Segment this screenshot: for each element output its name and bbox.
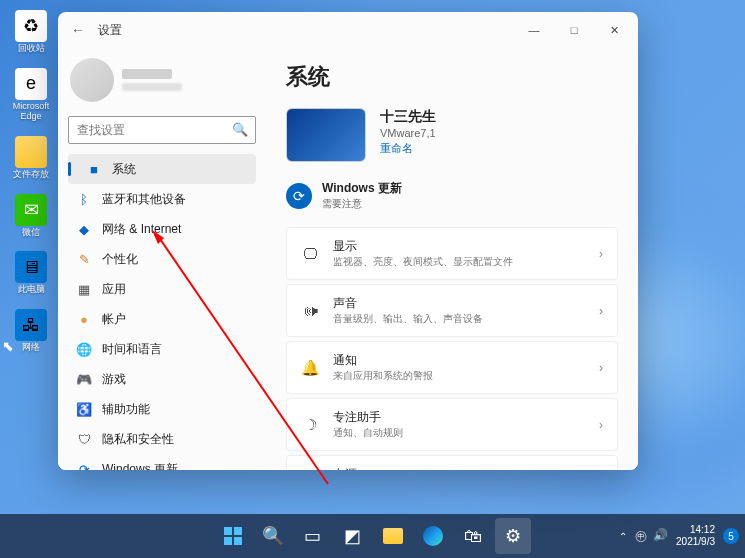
desktop-icon-network[interactable]: 🖧网络 [8,309,54,353]
nav-icon: ◆ [76,221,92,237]
settings-card-0[interactable]: 🖵显示监视器、亮度、夜间模式、显示配置文件› [286,227,618,280]
update-title: Windows 更新 [322,180,402,197]
nav-icon: 🛡 [76,431,92,447]
notification-badge[interactable]: 5 [723,528,739,544]
profile-email-redacted [122,83,182,91]
card-sub: 音量级别、输出、输入、声音设备 [333,312,585,326]
sidebar-item-6[interactable]: 🌐时间和语言 [68,334,256,364]
svg-rect-4 [224,537,232,545]
card-sub: 监视器、亮度、夜间模式、显示配置文件 [333,255,585,269]
update-sub: 需要注意 [322,197,402,211]
device-model: VMware7,1 [380,127,436,139]
sidebar-item-label: 帐户 [102,311,126,328]
sidebar-item-1[interactable]: ᛒ蓝牙和其他设备 [68,184,256,214]
minimize-button[interactable]: — [514,14,554,46]
desktop-icon-label: Microsoft Edge [8,102,54,122]
wechat-icon: ✉ [15,194,47,226]
sidebar-item-4[interactable]: ▦应用 [68,274,256,304]
desktop-icon-thispc[interactable]: 🖥此电脑 [8,251,54,295]
svg-rect-3 [234,527,242,535]
nav-icon: ♿ [76,401,92,417]
sidebar-item-label: Windows 更新 [102,461,178,471]
desktop-icon-recycle[interactable]: ♻回收站 [8,10,54,54]
clock[interactable]: 14:12 2021/9/3 [676,524,715,548]
ime-icon[interactable]: ㊥ [635,528,647,545]
titlebar: ← 设置 — □ ✕ [58,12,638,48]
nav-icon: 🎮 [76,371,92,387]
device-block: 十三先生 VMware7,1 重命名 [286,108,618,162]
profile[interactable] [68,54,256,114]
recycle-icon: ♻ [15,10,47,42]
svg-rect-5 [234,537,242,545]
back-button[interactable]: ← [62,14,94,46]
tray-chevron-icon[interactable]: ⌃ [619,531,627,542]
task-view-icon[interactable]: ▭ [295,518,331,554]
settings-card-1[interactable]: 🕪声音音量级别、输出、输入、声音设备› [286,284,618,337]
sidebar-item-8[interactable]: ♿辅助功能 [68,394,256,424]
desktop-icon-label: 文件存放 [13,170,49,180]
settings-window: ← 设置 — □ ✕ 🔍 ■系统ᛒ蓝牙和其他设备◆网络 [58,12,638,470]
sidebar-item-label: 网络 & Internet [102,221,181,238]
windows-update-banner[interactable]: ⟳ Windows 更新 需要注意 [286,178,618,213]
card-title: 专注助手 [333,409,585,426]
sidebar-item-5[interactable]: ●帐户 [68,304,256,334]
desktop-icon-label: 回收站 [18,44,45,54]
sidebar-item-label: 蓝牙和其他设备 [102,191,186,208]
sidebar-item-10[interactable]: ⟳Windows 更新 [68,454,256,470]
sidebar-item-label: 辅助功能 [102,401,150,418]
sidebar-item-9[interactable]: 🛡隐私和安全性 [68,424,256,454]
avatar [70,58,114,102]
sidebar-item-0[interactable]: ■系统 [68,154,256,184]
card-sub: 通知、自动规则 [333,426,585,440]
card-icon: 🖵 [301,245,319,262]
sidebar-item-2[interactable]: ◆网络 & Internet [68,214,256,244]
sidebar-item-3[interactable]: ✎个性化 [68,244,256,274]
svg-rect-2 [224,527,232,535]
sidebar-item-label: 游戏 [102,371,126,388]
maximize-button[interactable]: □ [554,14,594,46]
chevron-right-icon: › [599,361,603,375]
sidebar-item-label: 个性化 [102,251,138,268]
widgets-icon[interactable]: ◩ [335,518,371,554]
settings-card-4[interactable]: ⏻电源睡眠、电池使用情况、节电模式› [286,455,618,470]
rename-link[interactable]: 重命名 [380,141,436,156]
desktop-icon-edge[interactable]: eMicrosoft Edge [8,68,54,122]
nav-icon: ▦ [76,281,92,297]
search-input[interactable] [68,116,256,144]
device-name: 十三先生 [380,108,436,126]
sidebar-item-label: 隐私和安全性 [102,431,174,448]
desktop-icon-label: 微信 [22,228,40,238]
thispc-icon: 🖥 [15,251,47,283]
close-button[interactable]: ✕ [594,14,634,46]
nav-icon: ● [76,311,92,327]
edge-taskbar-icon[interactable] [415,518,451,554]
chevron-right-icon: › [599,247,603,261]
edge-icon: e [15,68,47,100]
explorer-icon[interactable] [375,518,411,554]
card-title: 声音 [333,295,585,312]
sidebar-item-7[interactable]: 🎮游戏 [68,364,256,394]
folder-icon [15,136,47,168]
settings-card-3[interactable]: ☽专注助手通知、自动规则› [286,398,618,451]
card-title: 显示 [333,238,585,255]
store-icon[interactable]: 🛍 [455,518,491,554]
search-box[interactable]: 🔍 [68,116,256,144]
card-title: 通知 [333,352,585,369]
settings-taskbar-icon[interactable]: ⚙ [495,518,531,554]
desktop-icon-folder[interactable]: 文件存放 [8,136,54,180]
system-tray[interactable]: ㊥ 🔊 [635,528,668,545]
volume-icon[interactable]: 🔊 [653,528,668,545]
search-icon: 🔍 [232,122,248,137]
desktop-icon-wechat[interactable]: ✉微信 [8,194,54,238]
search-taskbar-icon[interactable]: 🔍 [255,518,291,554]
start-button[interactable] [215,518,251,554]
card-icon: ☽ [301,416,319,434]
sidebar-item-label: 时间和语言 [102,341,162,358]
profile-name-redacted [122,69,172,79]
sidebar: 🔍 ■系统ᛒ蓝牙和其他设备◆网络 & Internet✎个性化▦应用●帐户🌐时间… [58,48,266,470]
chevron-right-icon: › [599,418,603,432]
settings-card-2[interactable]: 🔔通知来自应用和系统的警报› [286,341,618,394]
network-icon: 🖧 [15,309,47,341]
chevron-right-icon: › [599,304,603,318]
page-title: 系统 [286,62,618,92]
